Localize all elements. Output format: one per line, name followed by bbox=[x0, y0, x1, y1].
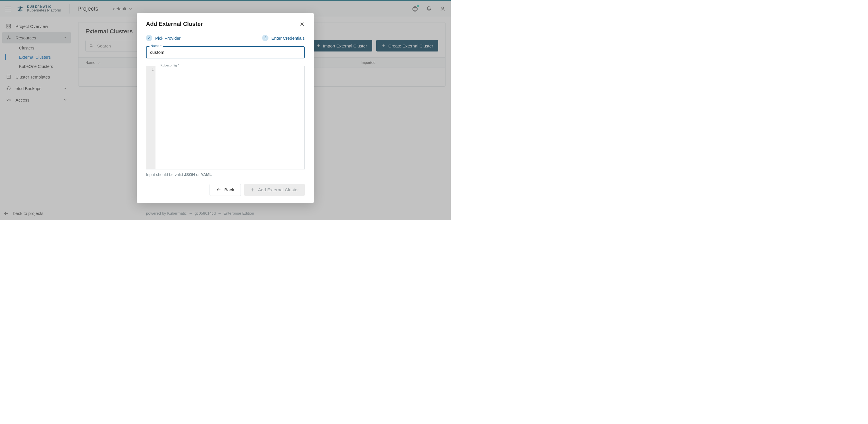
dialog-title: Add External Cluster bbox=[146, 21, 203, 27]
back-btn-label: Back bbox=[224, 187, 234, 193]
editor-body[interactable] bbox=[155, 66, 304, 169]
name-field-wrap: Name * bbox=[146, 46, 305, 58]
step-1[interactable]: Pick Provider bbox=[146, 35, 181, 41]
close-icon bbox=[300, 22, 305, 27]
plus-icon bbox=[250, 187, 255, 193]
back-button[interactable]: Back bbox=[210, 184, 241, 196]
kubeconfig-field-wrap: Kubeconfig * 1 Input should be valid JSO… bbox=[146, 66, 305, 177]
editor-gutter: 1 bbox=[146, 66, 155, 169]
close-button[interactable] bbox=[300, 22, 305, 27]
stepper: Pick Provider 2 Enter Credentials bbox=[146, 35, 305, 41]
kubeconfig-label: Kubeconfig * bbox=[159, 63, 180, 67]
check-icon bbox=[148, 36, 151, 40]
arrow-left-icon bbox=[216, 187, 221, 193]
step-1-label: Pick Provider bbox=[155, 36, 181, 40]
step-2-badge: 2 bbox=[262, 35, 269, 41]
step-2-label: Enter Credentials bbox=[271, 36, 305, 40]
add-external-cluster-button: Add External Cluster bbox=[244, 184, 305, 196]
step-2[interactable]: 2 Enter Credentials bbox=[262, 35, 305, 41]
add-external-cluster-dialog: Add External Cluster Pick Provider 2 Ent… bbox=[137, 13, 314, 203]
add-btn-label: Add External Cluster bbox=[258, 187, 299, 193]
kubeconfig-hint: Input should be valid JSON or YAML bbox=[146, 172, 305, 177]
name-input[interactable] bbox=[146, 46, 305, 58]
kubeconfig-editor[interactable]: 1 bbox=[146, 66, 305, 169]
name-label: Name * bbox=[150, 44, 163, 48]
step-1-badge bbox=[146, 35, 152, 41]
